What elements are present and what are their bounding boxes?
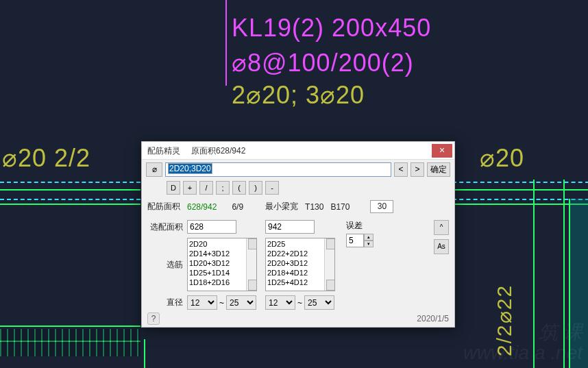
side-buttons: ^ As <box>434 220 449 310</box>
beam-edge-line <box>0 204 140 205</box>
list-item[interactable]: 2D20 <box>189 239 255 249</box>
min-beam-T: T130 <box>305 202 323 212</box>
prev-button[interactable]: < <box>394 162 408 177</box>
list-item[interactable]: 1D25+1D14 <box>189 268 255 278</box>
column-line <box>144 339 145 368</box>
symbol-toolbar: D + / ; ( ) - <box>142 180 454 197</box>
footer-date: 2020/1/5 <box>417 314 449 323</box>
min-beam-label: 最小梁宽 <box>265 201 298 212</box>
leader-line <box>225 0 227 86</box>
collapse-button[interactable]: ^ <box>434 220 449 235</box>
dia-2b-select[interactable]: 25 <box>304 295 334 310</box>
dia-1b-select[interactable]: 25 <box>226 295 256 310</box>
dia-2a-select[interactable]: 12 <box>265 295 295 310</box>
tool-semicolon[interactable]: ; <box>216 181 230 195</box>
beam-edge-line <box>452 189 588 191</box>
beam-edge-line <box>452 182 588 183</box>
list-item[interactable]: 1D18+2D16 <box>189 278 255 287</box>
slab-hatch <box>0 329 140 356</box>
rebar-expression-input[interactable]: 2D20;3D20 <box>165 162 391 177</box>
dialog-title: 配筋精灵 <box>147 142 180 160</box>
summary-row: 配筋面积 628/942 6/9 最小梁宽 T130 B170 30 <box>142 197 454 216</box>
dialog-footer: ? 2020/1/5 <box>142 310 454 327</box>
rebar-wizard-dialog: 配筋精灵 原面积628/942 × ⌀ 2D20;3D20 < > 确定 D +… <box>141 141 455 328</box>
help-button[interactable]: ? <box>147 312 160 325</box>
left-rebar-text: ⌀20 2/2 <box>2 144 90 173</box>
pick-area-1-input[interactable]: 628 <box>187 220 236 234</box>
rebar-list-1[interactable]: 2D20 2D14+3D12 1D20+3D12 1D25+1D14 1D18+… <box>187 238 257 291</box>
error-spinner[interactable]: 5 ▴ ▾ <box>346 234 373 247</box>
pick-area-label: 选配面积 <box>147 221 183 233</box>
tool-minus[interactable]: - <box>265 181 279 195</box>
stirrup-label: ⌀8@100/200(2) <box>232 49 414 77</box>
rebar-list-2[interactable]: 2D25 2D22+2D12 2D20+3D12 2D18+4D12 1D25+… <box>265 238 335 291</box>
area-value: 628/942 <box>187 202 217 212</box>
rebar-label: 2⌀20; 3⌀20 <box>232 81 365 110</box>
next-button[interactable]: > <box>411 162 424 177</box>
list-item[interactable]: 1D20+3D12 <box>189 258 255 268</box>
area-label: 配筋面积 <box>147 201 180 212</box>
selection-area: 选配面积 628 选筋 2D20 2D14+3D12 1D20+3D12 1D2… <box>142 216 454 311</box>
beam-edge-line <box>0 199 140 200</box>
page-indicator: 6/9 <box>232 202 243 212</box>
list-item[interactable]: 2D25 <box>267 239 333 249</box>
spinner-up-icon[interactable]: ▴ <box>364 234 373 241</box>
pick-area-2-input[interactable]: 942 <box>265 220 315 234</box>
min-beam-B: B170 <box>330 202 350 212</box>
beam-edge-line <box>0 326 140 327</box>
scrollbar[interactable] <box>324 238 334 291</box>
list-item[interactable]: 1D25+4D12 <box>267 278 333 287</box>
dialog-titlebar[interactable]: 配筋精灵 原面积628/942 × <box>142 142 454 160</box>
close-button[interactable]: × <box>432 144 452 158</box>
tool-rparen[interactable]: ) <box>249 181 262 195</box>
right-column: 942 2D25 2D22+2D12 2D20+3D12 2D18+4D12 1… <box>265 220 335 310</box>
tool-lparen[interactable]: ( <box>232 181 246 195</box>
dia-1a-select[interactable]: 12 <box>187 295 217 310</box>
error-value[interactable]: 5 <box>346 234 364 247</box>
confirm-button[interactable]: 确定 <box>427 162 450 177</box>
beam-edge-line <box>452 204 588 205</box>
list-item[interactable]: 2D14+3D12 <box>189 249 255 258</box>
error-column: 误差 5 ▴ ▾ <box>346 220 373 310</box>
beam-edge-line <box>0 182 140 183</box>
min-beam-input[interactable]: 30 <box>370 200 393 213</box>
tilde: ~ <box>219 298 224 308</box>
as-button[interactable]: As <box>434 239 449 254</box>
beam-edge-line <box>452 199 588 200</box>
phi-symbol-button[interactable]: ⌀ <box>146 162 162 177</box>
diameter-label: 直径 <box>147 297 183 308</box>
list-item[interactable]: 2D18+4D12 <box>267 268 333 278</box>
beam-label: KL19(2) 200x450 <box>232 14 431 42</box>
tool-plus[interactable]: + <box>183 181 197 195</box>
dialog-subtitle: 原面积628/942 <box>191 142 245 160</box>
scrollbar[interactable] <box>246 238 256 291</box>
watermark-line2: www.tia a .net <box>377 343 583 363</box>
watermark: 筑 课 www.tia a .net <box>377 322 583 363</box>
beam-edge-line <box>0 189 140 191</box>
pick-rebar-label: 选筋 <box>147 259 183 271</box>
tool-D[interactable]: D <box>167 181 180 195</box>
spinner-down-icon[interactable]: ▾ <box>364 241 373 247</box>
left-column: 选配面积 628 选筋 2D20 2D14+3D12 1D20+3D12 1D2… <box>147 220 257 310</box>
list-item[interactable]: 2D20+3D12 <box>267 258 333 268</box>
error-label: 误差 <box>346 220 363 232</box>
tool-slash[interactable]: / <box>199 181 213 195</box>
right-rebar-text: ⌀20 <box>480 144 524 173</box>
tilde: ~ <box>297 298 302 308</box>
rebar-expression-value: 2D20;3D20 <box>168 163 212 174</box>
list-item[interactable]: 2D22+2D12 <box>267 249 333 258</box>
